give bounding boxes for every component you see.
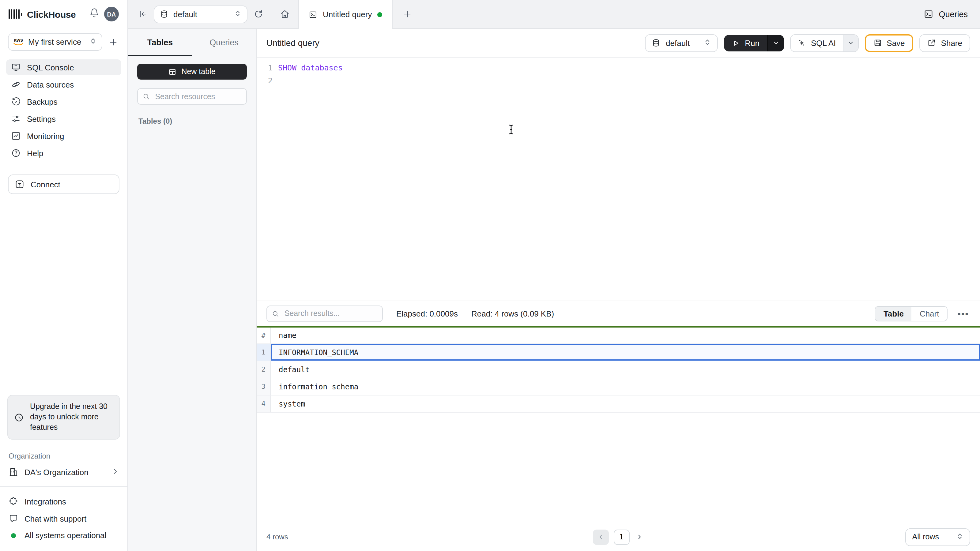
page-number-button[interactable]: 1 <box>613 529 629 545</box>
results-panel: Elapsed: 0.0009s Read: 4 rows (0.09 KB) … <box>257 301 980 551</box>
table-row[interactable]: 3 information_schema <box>257 378 980 395</box>
sidebar-item-backups[interactable]: Backups <box>6 94 121 110</box>
add-service-button[interactable] <box>107 36 119 48</box>
query-actions: default Run <box>645 34 970 52</box>
save-label: Save <box>886 38 905 48</box>
view-chart-button[interactable]: Chart <box>912 306 947 321</box>
main-column: default Untitled query <box>128 0 980 551</box>
chevron-updown-icon <box>234 10 241 19</box>
chevron-updown-icon <box>89 37 97 46</box>
home-icon <box>280 9 290 19</box>
results-footer: 4 rows 1 All rows <box>257 523 980 551</box>
results-search-input[interactable] <box>283 308 377 318</box>
table-icon <box>169 68 177 76</box>
row-name-cell[interactable]: system <box>271 395 980 412</box>
results-search[interactable] <box>266 305 383 322</box>
data-sources-icon <box>11 79 21 89</box>
code-line: 2 <box>257 74 980 87</box>
column-header-index: # <box>257 327 271 343</box>
row-name-cell[interactable]: default <box>271 361 980 378</box>
column-header-name[interactable]: name <box>271 327 980 343</box>
organization-row[interactable]: DA's Organization <box>0 463 127 481</box>
clickhouse-logo-icon <box>9 9 22 19</box>
puzzle-icon <box>9 497 18 506</box>
workspace: Untitled query default Run <box>257 29 980 551</box>
elapsed-stat: Elapsed: 0.0009s <box>396 309 458 318</box>
sidebar-nav: SQL Console Data sources Backups Setting… <box>0 57 127 164</box>
line-number: 1 <box>257 63 278 72</box>
collapse-left-icon <box>138 9 148 19</box>
run-label: Run <box>745 38 759 48</box>
row-number: 3 <box>257 378 271 395</box>
code-line: 1 SHOW databases <box>257 61 980 74</box>
footer-item-label: All systems operational <box>24 531 106 540</box>
resource-search-input[interactable] <box>154 92 241 101</box>
pagination: 1 <box>593 529 644 545</box>
queries-button[interactable]: Queries <box>911 0 980 28</box>
connect-wifi-icon <box>15 179 24 189</box>
query-database-selector[interactable]: default <box>645 34 718 52</box>
system-status[interactable]: All systems operational <box>9 528 119 542</box>
tab-untitled-query[interactable]: Untitled query <box>298 0 393 29</box>
row-name-cell[interactable]: information_schema <box>271 378 980 395</box>
view-table-button[interactable]: Table <box>875 306 912 321</box>
sql-ai-button-group: SQL AI <box>790 34 858 52</box>
sidebar-item-monitoring[interactable]: Monitoring <box>6 128 121 144</box>
chat-support-link[interactable]: Chat with support <box>9 511 119 526</box>
new-tab-button[interactable] <box>393 0 422 28</box>
chevron-down-icon <box>772 39 780 46</box>
page-size-selector[interactable]: All rows <box>905 528 970 546</box>
database-selector[interactable]: default <box>154 5 247 23</box>
sidebar-item-settings[interactable]: Settings <box>6 111 121 127</box>
sql-ai-button[interactable]: SQL AI <box>791 35 843 51</box>
service-name: My first service <box>28 37 84 46</box>
notifications-bell-icon[interactable] <box>89 8 99 20</box>
collapse-panel-button[interactable] <box>137 8 149 20</box>
organization-section-label: Organization <box>0 448 127 463</box>
table-row[interactable]: 4 system <box>257 395 980 413</box>
sidebar-item-help[interactable]: Help <box>6 145 121 161</box>
aws-icon: aws <box>13 38 23 46</box>
integrations-link[interactable]: Integrations <box>9 494 119 509</box>
pagesize-wrap: All rows <box>644 528 970 546</box>
page-size-value: All rows <box>912 533 939 541</box>
refresh-button[interactable] <box>252 8 265 20</box>
share-button[interactable]: Share <box>920 34 970 52</box>
content-row: Tables Queries New table Tables (0) Unti… <box>128 29 980 551</box>
sql-editor[interactable]: 1 SHOW databases 2 <box>257 57 980 301</box>
text-cursor-ibeam-icon <box>506 124 516 138</box>
upgrade-text: Upgrade in the next 30 days to unlock mo… <box>30 402 113 433</box>
clock-icon <box>14 412 24 422</box>
terminal-icon <box>923 9 933 19</box>
sql-ai-options-button[interactable] <box>843 35 858 51</box>
sidebar-item-sql-console[interactable]: SQL Console <box>6 59 121 75</box>
explorer-tabs: Tables Queries <box>128 29 256 56</box>
user-avatar[interactable]: DA <box>104 7 119 21</box>
backups-icon <box>11 97 21 106</box>
row-number: 4 <box>257 395 271 412</box>
sidebar-item-data-sources[interactable]: Data sources <box>6 76 121 92</box>
tab-queries[interactable]: Queries <box>192 29 256 56</box>
home-wrap <box>271 0 298 28</box>
run-options-button[interactable] <box>767 35 784 51</box>
next-page-button[interactable] <box>634 532 644 542</box>
resource-search[interactable] <box>137 88 247 105</box>
read-stat: Read: 4 rows (0.09 KB) <box>471 309 554 318</box>
tab-tables[interactable]: Tables <box>128 29 192 56</box>
upgrade-notice[interactable]: Upgrade in the next 30 days to unlock mo… <box>7 395 120 440</box>
new-table-button[interactable]: New table <box>137 64 247 79</box>
row-number: 1 <box>257 344 271 360</box>
run-button[interactable]: Run <box>724 35 767 51</box>
table-row[interactable]: 1 INFORMATION_SCHEMA <box>257 344 980 361</box>
results-more-button[interactable]: ••• <box>956 308 970 319</box>
save-button[interactable]: Save <box>865 34 913 52</box>
results-header-row: # name <box>257 327 980 344</box>
table-row[interactable]: 2 default <box>257 361 980 378</box>
prev-page-button[interactable] <box>593 529 609 545</box>
sidebar: ClickHouse DA aws My first service S <box>0 0 128 551</box>
row-name-cell[interactable]: INFORMATION_SCHEMA <box>271 344 980 360</box>
service-selector[interactable]: aws My first service <box>8 33 102 51</box>
home-button[interactable] <box>279 8 291 20</box>
query-title[interactable]: Untitled query <box>266 38 320 48</box>
connect-button[interactable]: Connect <box>8 175 119 194</box>
